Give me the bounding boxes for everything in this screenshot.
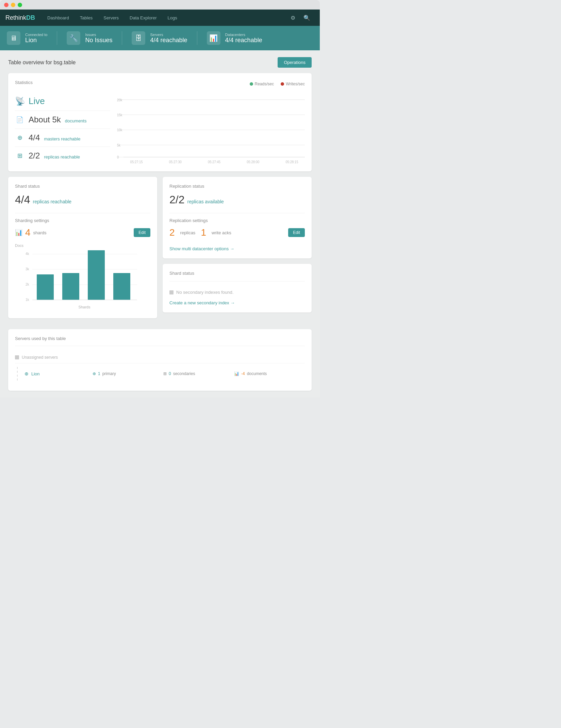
svg-text:2k: 2k — [26, 283, 30, 286]
create-index-link[interactable]: Create a new secondary index → — [169, 300, 235, 305]
svg-text:5k: 5k — [117, 143, 121, 147]
legend-writes: Writes/sec — [281, 82, 305, 86]
replication-stat-label: replicas available — [187, 199, 224, 204]
replication-col: Replication status 2/2 replicas availabl… — [163, 177, 312, 324]
secondary-indexes-title: Shard status — [169, 271, 305, 276]
close-button[interactable] — [4, 3, 9, 7]
shard-status-title: Shard status — [15, 184, 150, 189]
replicas-label: replicas reachable — [44, 154, 80, 159]
bar-chart-y-label: Docs — [15, 243, 150, 248]
legend-reads: Reads/sec — [250, 82, 274, 86]
issues-value: No Issues — [85, 37, 112, 44]
connected-label: Connected to — [25, 33, 47, 37]
unassigned-label: Unassigned servers — [22, 355, 58, 360]
secondary-index-empty: No secondary indexes found. — [169, 287, 305, 298]
shard-big-stat: 4/4 replicas reachable — [15, 193, 150, 206]
chart-legend: Reads/sec Writes/sec — [250, 82, 305, 86]
svg-text:15k: 15k — [117, 113, 122, 117]
svg-text:05:27:15: 05:27:15 — [130, 160, 143, 164]
unassigned-servers-row: Unassigned servers — [15, 352, 305, 363]
page-header: Table overview for bsg.table Operations — [8, 57, 312, 68]
replicas-label: replicas — [180, 230, 196, 235]
grid-icon: ⊞ — [15, 152, 24, 159]
shards-bar-icon: 📊 — [15, 229, 22, 236]
empty-message: No secondary indexes found. — [176, 290, 233, 295]
window-chrome — [0, 0, 320, 10]
server-name-lion[interactable]: Lion — [31, 371, 40, 376]
replication-title: Replication status — [169, 184, 305, 189]
shard-status-card: Shard status 4/4 replicas reachable Shar… — [8, 177, 157, 318]
brand-logo[interactable]: RethinkDB — [5, 14, 35, 21]
documents-value: About 5k documents — [29, 115, 86, 124]
nav-dashboard[interactable]: Dashboard — [42, 10, 75, 26]
nav-data-explorer[interactable]: Data Explorer — [124, 10, 162, 26]
maximize-button[interactable] — [18, 3, 22, 7]
live-status: Live — [29, 96, 45, 106]
nav-tables[interactable]: Tables — [75, 10, 98, 26]
stats-left: 📡 Live 📄 About 5k documents ⊕ 4/4 — [15, 96, 110, 165]
replication-edit-button[interactable]: Edit — [288, 228, 305, 237]
settings-icon[interactable]: ⚙ — [286, 10, 299, 26]
shards-text: shards — [33, 230, 47, 235]
page-title: Table overview for bsg.table — [8, 60, 76, 66]
tree-connector — [17, 367, 22, 380]
stat-replicas: ⊞ 2/2 replicas reachable — [15, 147, 110, 165]
server-secondaries-col: ⊞ 0 secondaries — [163, 371, 234, 376]
replication-status-card: Replication status 2/2 replicas availabl… — [163, 177, 312, 258]
status-connected: 🖥 Connected to Lion — [7, 31, 57, 45]
reads-label: Reads/sec — [255, 82, 274, 86]
svg-text:05:27:30: 05:27:30 — [169, 160, 182, 164]
main-content: Table overview for bsg.table Operations … — [0, 50, 320, 397]
operations-button[interactable]: Operations — [278, 57, 312, 68]
stat-live: 📡 Live — [15, 96, 110, 111]
nav-logs[interactable]: Logs — [162, 10, 183, 26]
svg-text:1k: 1k — [26, 298, 30, 302]
svg-text:10k: 10k — [117, 128, 122, 132]
connected-value: Lion — [25, 37, 47, 44]
nav-servers[interactable]: Servers — [98, 10, 124, 26]
square-icon — [169, 290, 174, 294]
servers-card: Servers used by this table Unassigned se… — [8, 329, 312, 391]
two-col-section: Shard status 4/4 replicas reachable Shar… — [8, 177, 312, 324]
servers-divider — [15, 346, 305, 346]
reads-dot — [250, 82, 253, 86]
status-servers: 🗄 Servers 4/4 reachable — [132, 31, 197, 45]
stats-svg: 20k 15k 10k 5k 0 05:27:15 05:27:30 05:27… — [117, 96, 305, 164]
server-name-col: ⊕ Lion — [24, 371, 93, 376]
servers-label: Servers — [150, 33, 187, 37]
replicas-value: 2/2 replicas reachable — [29, 151, 80, 160]
writes-dot — [281, 82, 284, 86]
shard-status-col: Shard status 4/4 replicas reachable Shar… — [8, 177, 157, 324]
issues-label: Issues — [85, 33, 112, 37]
monitor-icon: 🖥 — [7, 31, 20, 45]
replication-big-stat: 2/2 replicas available — [169, 193, 305, 206]
svg-text:3k: 3k — [26, 267, 30, 271]
replication-settings-row: 2 replicas 1 write acks Edit — [169, 227, 305, 238]
svg-rect-27 — [113, 273, 130, 300]
shards-num: 4 — [25, 227, 31, 238]
server-primary-col: ⊕ 1 primary — [93, 371, 163, 376]
server-stack-icon: ⊕ — [24, 371, 29, 376]
masters-label: masters reachable — [44, 136, 81, 141]
nav-menu: Dashboard Tables Servers Data Explorer L… — [42, 10, 314, 26]
search-icon[interactable]: 🔍 — [299, 10, 314, 26]
multi-dc-link[interactable]: Show multi datacenter options → — [169, 246, 234, 251]
shard-bar-chart: Docs 4k 3k 2k 1k — [15, 243, 150, 311]
status-datacenters: 📊 Datacenters 4/4 reachable — [207, 31, 272, 45]
svg-rect-25 — [62, 273, 79, 300]
statistics-card: Statistics Reads/sec Writes/sec 📡 Live — [8, 73, 312, 171]
primary-icon: ⊕ — [93, 371, 96, 376]
replication-stat-num: 2/2 — [169, 193, 184, 206]
servers-value: 4/4 reachable — [150, 37, 187, 44]
secondaries-grid-icon: ⊞ — [163, 371, 167, 376]
write-acks-num: 1 — [201, 227, 206, 238]
live-icon: 📡 — [15, 97, 24, 106]
sharding-edit-button[interactable]: Edit — [134, 228, 150, 237]
layers-icon: ⊕ — [15, 134, 24, 141]
stats-card-header: Statistics Reads/sec Writes/sec — [15, 80, 305, 90]
replicas-num: 2 — [169, 227, 175, 238]
sharding-settings-title: Sharding settings — [15, 213, 150, 223]
bar-chart-svg: 4k 3k 2k 1k — [15, 249, 150, 310]
svg-rect-24 — [37, 274, 54, 300]
minimize-button[interactable] — [11, 3, 15, 7]
